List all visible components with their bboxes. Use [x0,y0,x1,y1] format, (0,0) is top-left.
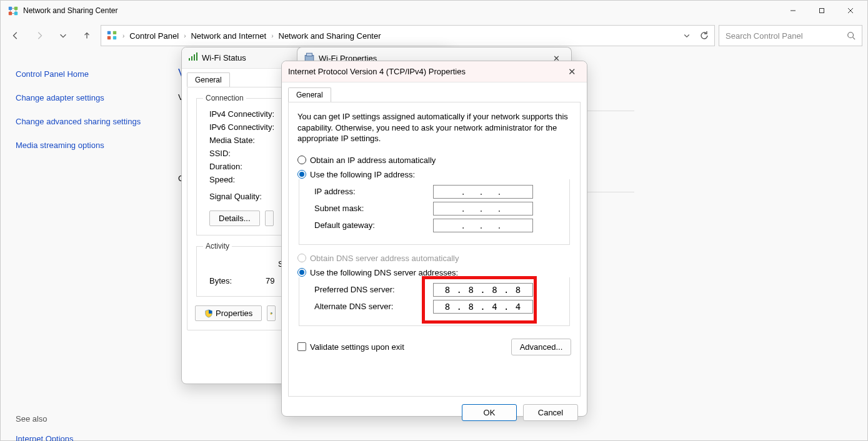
label-signal-quality: Signal Quality: [203,192,291,201]
svg-rect-18 [189,58,190,61]
sidebar-item-advanced-sharing[interactable]: Change advanced sharing settings [16,116,148,127]
breadcrumb[interactable]: Network and Sharing Center [279,31,381,41]
svg-line-17 [853,37,856,40]
svg-rect-21 [196,52,197,61]
label-preferred-dns: Preferred DNS server: [314,285,433,294]
chevron-down-icon[interactable] [683,32,691,39]
ok-button[interactable]: OK [462,404,517,421]
svg-rect-3 [14,12,17,15]
disable-button-fragment[interactable] [267,305,276,321]
shield-icon [270,309,272,318]
label-subnet-mask: Subnet mask: [314,204,433,213]
label-ipv4: IPv4 Connectivity: [203,109,291,119]
subnet-mask-input[interactable]: . . . [433,202,533,216]
minimize-button[interactable] [779,1,807,21]
svg-rect-0 [9,7,12,10]
recent-locations-button[interactable] [53,26,73,46]
svg-rect-2 [9,12,12,15]
svg-point-16 [848,32,854,38]
radio-icon [297,268,306,277]
label-duration: Duration: [203,162,291,171]
radio-use-following-dns[interactable]: Use the following DNS server addresses: [297,268,571,277]
radio-icon [297,156,306,164]
label-default-gateway: Default gateway: [314,220,433,230]
label-ip-address: IP address: [314,187,433,196]
search-input[interactable]: Search Control Panel [719,25,862,46]
ip-address-input[interactable]: . . . [433,185,533,199]
close-icon[interactable]: ✕ [563,64,581,79]
toolbar: › Control Panel › Network and Internet ›… [1,21,867,51]
description-text: You can get IP settings assigned automat… [297,111,571,144]
breadcrumb[interactable]: Control Panel [129,31,179,41]
advanced-button[interactable]: Advanced... [511,339,571,355]
label-speed: Speed: [203,175,291,184]
preferred-dns-input[interactable]: 8 . 8 . 8 . 8 [433,283,533,297]
validate-settings-checkbox[interactable]: Validate settings upon exit Advanced... [297,339,571,355]
svg-rect-13 [113,31,116,34]
svg-rect-9 [820,9,824,13]
refresh-icon[interactable] [699,31,709,41]
svg-rect-20 [194,54,195,61]
radio-obtain-dns-auto: Obtain DNS server address automatically [297,254,571,263]
label-media-state: Media State: [203,136,291,145]
group-activity: Activity [203,242,232,250]
radio-obtain-ip-auto[interactable]: Obtain an IP address automatically [297,156,571,165]
chevron-right-icon[interactable]: › [184,32,186,39]
checkbox-icon [297,342,306,351]
back-button[interactable] [6,26,26,46]
ipv4-properties-dialog: Internet Protocol Version 4 (TCP/IPv4) P… [281,61,587,417]
wifi-signal-icon [188,52,198,64]
breadcrumb[interactable]: Network and Internet [191,31,266,41]
group-connection: Connection [203,94,246,102]
sidebar-item-media-streaming[interactable]: Media streaming options [16,140,148,151]
shield-icon [204,309,213,318]
address-bar[interactable]: › Control Panel › Network and Internet ›… [101,25,715,46]
close-button[interactable] [836,1,865,21]
svg-rect-23 [307,53,312,56]
window-title: Network and Sharing Center [23,6,117,15]
search-icon [847,31,856,40]
chevron-right-icon[interactable]: › [271,32,273,39]
svg-rect-1 [14,7,17,10]
default-gateway-input[interactable]: . . . [433,219,533,232]
svg-rect-15 [113,36,116,39]
address-bar-icon [106,29,117,42]
dialog-title: Internet Protocol Version 4 (TCP/IPv4) P… [288,67,466,76]
search-placeholder: Search Control Panel [726,31,847,41]
tab-general[interactable]: General [288,87,331,102]
label-ssid: SSID: [203,149,291,158]
label-bytes: Bytes: [203,276,266,285]
svg-rect-12 [107,31,111,34]
sidebar-home[interactable]: Control Panel Home [16,69,148,79]
radio-icon [297,254,306,262]
label-alternate-dns: Alternate DNS server: [314,302,433,311]
dialog-title: Wi-Fi Status [202,53,246,62]
tab-general[interactable]: General [187,72,230,87]
svg-rect-14 [107,36,111,39]
alternate-dns-input[interactable]: 8 . 8 . 4 . 4 [433,300,533,314]
network-sharing-center-icon [7,4,19,17]
properties-button[interactable]: Properties [195,305,262,321]
up-button[interactable] [77,26,97,46]
maximize-button[interactable] [807,1,836,21]
radio-use-following-ip[interactable]: Use the following IP address: [297,170,571,179]
sidebar-item-internet-options[interactable]: Internet Options [16,434,148,441]
sidebar: Control Panel Home Change adapter settin… [1,57,163,440]
wireless-properties-button-fragment[interactable] [265,211,274,226]
value-bytes-sent-fragment: 79 [266,276,274,285]
chevron-right-icon[interactable]: › [122,32,124,39]
svg-rect-19 [191,56,192,61]
details-button[interactable]: Details... [209,211,260,226]
forward-button[interactable] [29,26,49,46]
cancel-button[interactable]: Cancel [523,404,578,421]
seealso-label: See also [16,414,148,424]
radio-icon [297,170,306,179]
sidebar-item-adapter-settings[interactable]: Change adapter settings [16,92,148,104]
titlebar: Network and Sharing Center [1,1,867,21]
label-ipv6: IPv6 Connectivity: [203,122,291,132]
